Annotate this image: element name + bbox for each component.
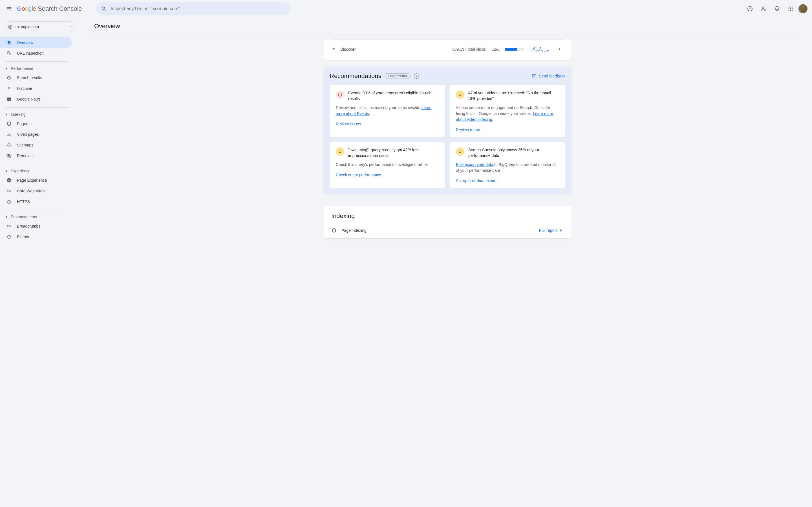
main-content: Overview Discover 389,197 total clicks 6… — [80, 0, 812, 507]
sidebar-item-overview[interactable]: Overview — [0, 37, 71, 48]
svg-rect-14 — [7, 98, 11, 101]
experimental-badge: Experimental — [385, 73, 410, 79]
full-report-link[interactable]: Full report — [539, 228, 564, 233]
recommendation-card[interactable]: 47 of your videos aren't indexed: "No th… — [450, 85, 565, 137]
recommendation-action[interactable]: Review report — [456, 128, 559, 132]
svg-point-3 — [764, 9, 765, 10]
pages-icon — [331, 228, 337, 233]
svg-point-2 — [762, 7, 764, 8]
page-title: Overview — [94, 22, 120, 30]
search-input[interactable] — [111, 6, 286, 11]
sidebar-item-label: Events — [17, 235, 29, 239]
recommendation-icon — [456, 147, 464, 156]
google-logo-text: Google — [17, 5, 36, 12]
recommendations-help[interactable]: ? — [414, 73, 419, 78]
sidebar-item-label: HTTPS — [17, 200, 30, 204]
recommendation-action[interactable]: Check query performance — [336, 173, 439, 177]
sidebar-item-core-web-vitals[interactable]: Core Web Vitals — [0, 186, 71, 196]
svg-point-5 — [790, 7, 791, 8]
speed-icon — [6, 188, 12, 194]
sidebar-item-pages[interactable]: Pages — [0, 118, 71, 129]
url-inspect-searchbar[interactable] — [96, 2, 291, 15]
recommendation-card[interactable]: Search Console only shows 35% of your pe… — [450, 142, 565, 188]
apps-grid-icon — [788, 6, 794, 11]
svg-point-9 — [792, 8, 793, 9]
property-label: example.com — [15, 24, 66, 29]
discover-row[interactable]: Discover 389,197 total clicks 62% — [323, 40, 571, 60]
svg-point-4 — [789, 7, 790, 8]
globe-icon — [8, 24, 13, 29]
chevron-down-icon: ▼ — [5, 67, 8, 70]
sparkline — [530, 46, 550, 52]
sidebar-item-sitemaps[interactable]: Sitemaps — [0, 140, 71, 151]
sidebar-item-page-experience[interactable]: Page Experience — [0, 175, 71, 186]
sidebar-item-label: URL inspection — [17, 51, 43, 55]
apps-button[interactable] — [785, 3, 796, 14]
recommendation-body: Check this query's performance to invest… — [336, 162, 439, 168]
sidebar-section-indexing[interactable]: ▼ Indexing — [0, 110, 80, 118]
recommendation-card[interactable]: Events: 93% of your items aren't eligibl… — [329, 85, 445, 137]
svg-point-7 — [789, 8, 790, 9]
page-indexing-row[interactable]: Page indexing Full report — [331, 224, 564, 237]
recommendation-body: Bulk export your data to BigQuery to sto… — [456, 162, 559, 173]
recommendation-action[interactable]: Set up bulk data export — [456, 179, 559, 183]
breadcrumbs-icon — [6, 223, 12, 229]
account-settings-button[interactable] — [758, 3, 769, 14]
error-icon — [338, 93, 342, 97]
caret-down-icon — [68, 25, 72, 29]
svg-rect-17 — [7, 146, 8, 147]
svg-point-8 — [790, 8, 791, 9]
svg-rect-18 — [10, 146, 11, 147]
performance-card: Discover 389,197 total clicks 62% — [323, 40, 571, 60]
svg-point-10 — [789, 10, 790, 11]
property-selector[interactable]: example.com — [4, 21, 75, 32]
recommendation-action[interactable]: Review issues — [336, 122, 439, 126]
main-menu-button[interactable] — [2, 2, 16, 15]
send-feedback-link[interactable]: Send feedback — [532, 73, 565, 78]
page-header: Overview — [94, 17, 801, 35]
sidebar-item-search-results[interactable]: Search results — [0, 72, 71, 83]
sidebar-section-performance[interactable]: ▼ Performance — [0, 64, 80, 72]
avatar[interactable] — [799, 4, 808, 13]
recommendation-icon — [336, 91, 344, 99]
home-icon — [6, 40, 12, 45]
sidebar-item-label: Core Web Vitals — [17, 189, 45, 193]
hamburger-icon — [6, 6, 12, 12]
product-name: Search Console — [38, 5, 82, 12]
learn-more-link[interactable]: Bulk export your data — [456, 162, 493, 167]
chevron-right-icon[interactable] — [556, 45, 564, 53]
sidebar-item-label: Pages — [17, 121, 28, 126]
learn-more-link[interactable]: Learn more about Events — [336, 105, 432, 116]
section-title: Enhancements — [11, 215, 37, 219]
sidebar-item-https[interactable]: HTTPS — [0, 196, 71, 207]
recommendations-title: Recommendations — [329, 72, 381, 80]
help-button[interactable]: ? — [744, 3, 756, 14]
feedback-icon — [532, 73, 537, 78]
notifications-button[interactable] — [771, 3, 783, 14]
sidebar-item-url-inspection[interactable]: URL inspection — [0, 48, 71, 59]
removals-icon — [6, 153, 12, 159]
progress-bar — [505, 48, 524, 51]
sidebar-section-enhancements[interactable]: ▼ Enhancements — [0, 213, 80, 221]
discover-label: Discover — [340, 47, 356, 52]
recommendation-card[interactable]: "swimming": query recently got 42% less … — [329, 142, 445, 188]
video-icon — [6, 131, 12, 137]
sidebar-item-label: Google News — [17, 97, 41, 101]
recommendation-body: Review and fix issues making your items … — [336, 105, 439, 117]
events-icon — [6, 234, 12, 240]
sidebar-item-breadcrumbs[interactable]: Breadcrumbs — [0, 221, 71, 231]
sidebar-item-events[interactable]: Events — [0, 231, 71, 242]
logo[interactable]: Google Search Console — [17, 5, 82, 12]
sidebar-section-experience[interactable]: ▼ Experience — [0, 167, 80, 175]
sidebar-item-label: Breadcrumbs — [17, 224, 40, 228]
recommendations-section: Recommendations Experimental ? Send feed… — [323, 67, 571, 194]
sidebar-item-video-pages[interactable]: Video pages — [0, 129, 71, 140]
news-icon — [6, 96, 12, 102]
recommendation-icon — [456, 91, 464, 99]
sidebar-item-removals[interactable]: Removals — [0, 151, 71, 161]
recommendation-body: Videos create more engagement on Search.… — [456, 105, 559, 122]
indexing-title: Indexing — [331, 212, 564, 220]
learn-more-link[interactable]: Learn more about video indexing — [456, 111, 553, 122]
sidebar-item-discover[interactable]: Discover — [0, 83, 71, 94]
sidebar-item-google-news[interactable]: Google News — [0, 94, 71, 105]
